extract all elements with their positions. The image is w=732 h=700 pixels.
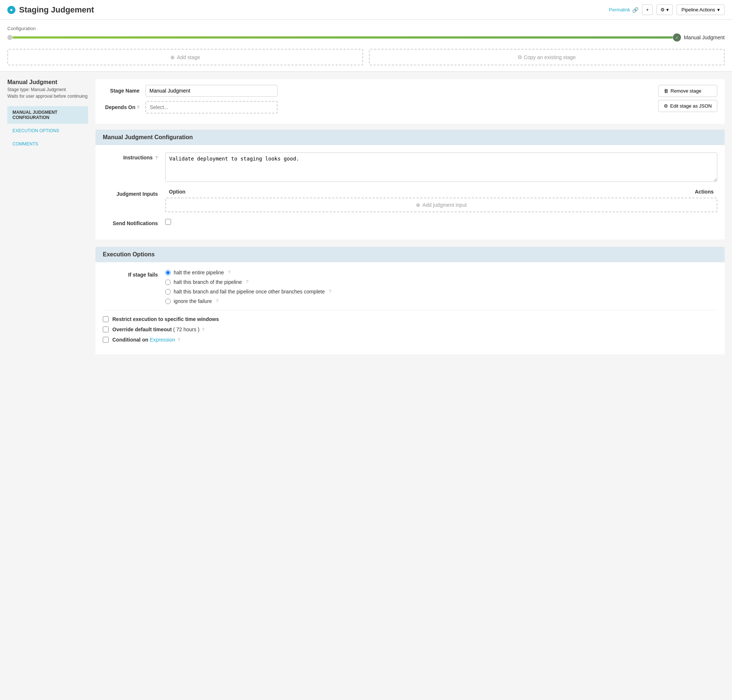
override-timeout-help-icon: ? (202, 327, 204, 332)
header-right: Permalink 🔗 + ⚙ ▾ Pipeline Actions ▾ (609, 4, 725, 15)
trash-icon: 🗑 (664, 88, 669, 94)
edit-json-button[interactable]: ⚙ Edit stage as JSON (658, 100, 717, 112)
depends-on-help-icon: ? (137, 105, 139, 110)
sidebar-item-manual-judgment-config[interactable]: MANUAL JUDGMENT CONFIGURATION (7, 106, 88, 124)
stage-name-label: Stage Name (103, 88, 139, 94)
manual-judgment-config-section: Manual Judgment Configuration Instructio… (95, 129, 725, 240)
halt-pipeline-help-icon: ? (228, 270, 230, 275)
remove-stage-button[interactable]: 🗑 Remove stage (658, 85, 717, 97)
override-timeout-checkbox[interactable] (103, 326, 109, 332)
restrict-execution-label: Restrict execution to specific time wind… (112, 316, 219, 322)
instructions-help-icon: ? (155, 155, 158, 160)
override-timeout-label: Override default timeout ( 72 hours ) ? (112, 326, 204, 332)
option-column-header: Option (169, 189, 677, 195)
app-icon: ● (7, 6, 15, 14)
pipeline-bar: Configuration ✓ Manual Judgment ⊕ Add st… (0, 20, 732, 72)
link-icon: 🔗 (632, 7, 638, 13)
stage-config-row: Stage Name Depends On ? 🗑 Remove stage (95, 79, 725, 124)
caret-icon: ▾ (666, 7, 669, 12)
if-stage-fails-row: If stage fails halt the entire pipeline … (103, 269, 717, 304)
step-start-dot (7, 35, 12, 40)
separator-1 (103, 310, 717, 310)
radio-halt-branch-input[interactable] (165, 279, 171, 285)
instructions-row: Instructions ? Validate deployment to st… (103, 152, 717, 183)
header-left: ● Staging Judgement (7, 5, 94, 15)
step-line (12, 36, 673, 38)
gear-button[interactable]: ⚙ ▾ (656, 4, 673, 15)
ignore-failure-help-icon: ? (216, 299, 219, 304)
actions-column-header: Actions (677, 189, 714, 195)
depends-on-row: Depends On ? (103, 101, 651, 113)
halt-branch-help-icon: ? (246, 279, 248, 285)
add-judgment-input-button[interactable]: ⊕ Add judgment input (165, 198, 717, 212)
radio-halt-branch-fail: halt this branch and fail the pipeline o… (165, 289, 717, 294)
conditional-help-icon: ? (177, 338, 180, 343)
conditional-label: Conditional on Expression ? (112, 337, 180, 343)
send-notifications-checkbox[interactable] (165, 219, 171, 225)
depends-on-select[interactable] (145, 101, 277, 113)
expression-link[interactable]: Expression (150, 337, 175, 343)
sidebar: Manual Judgment Stage type: Manual Judgm… (7, 79, 88, 362)
if-stage-fails-label: If stage fails (103, 269, 158, 278)
judgment-inputs-control: Option Actions ⊕ Add judgment input (165, 189, 717, 212)
permalink-button[interactable]: Permalink 🔗 (609, 7, 638, 13)
radio-ignore-failure-input[interactable] (165, 299, 171, 304)
config-label: Configuration (7, 26, 725, 31)
instructions-control: Validate deployment to staging looks goo… (165, 152, 717, 183)
sidebar-stage-desc: Waits for user approval before continuin… (7, 94, 88, 99)
stage-fields: Stage Name Depends On ? (103, 85, 651, 118)
halt-branch-fail-help-icon: ? (329, 289, 332, 294)
depends-on-label: Depends On ? (103, 104, 139, 110)
stage-actions: 🗑 Remove stage ⚙ Edit stage as JSON (658, 85, 717, 112)
sidebar-stage-meta: Stage type: Manual Judgment (7, 87, 88, 92)
restrict-execution-option: Restrict execution to specific time wind… (103, 316, 717, 322)
header: ● Staging Judgement Permalink 🔗 + ⚙ ▾ Pi… (0, 0, 732, 20)
if-stage-fails-control: halt the entire pipeline ? halt this bra… (165, 269, 717, 304)
page-title: Staging Judgement (19, 5, 94, 15)
stage-name-input[interactable] (145, 85, 277, 97)
add-stage-plus-icon: ⊕ (170, 54, 175, 60)
stage-buttons: ⊕ Add stage ⧉ Copy an existing stage (7, 49, 725, 65)
step-name: Manual Judgment (684, 35, 725, 40)
add-stage-button[interactable]: ⊕ Add stage (7, 49, 363, 65)
conditional-option: Conditional on Expression ? (103, 337, 717, 343)
send-notifications-row: Send Notifications (103, 218, 717, 226)
override-timeout-option: Override default timeout ( 72 hours ) ? (103, 326, 717, 332)
step-end-dot: ✓ (673, 34, 681, 41)
execution-options-section: Execution Options If stage fails halt th… (95, 247, 725, 354)
copy-icon: ⧉ (518, 54, 522, 60)
sidebar-item-comments[interactable]: COMMENTS (7, 138, 88, 150)
send-notifications-label: Send Notifications (103, 218, 158, 226)
execution-options-body: If stage fails halt the entire pipeline … (95, 262, 725, 354)
radio-halt-pipeline: halt the entire pipeline ? (165, 269, 717, 275)
sidebar-item-execution-options[interactable]: EXECUTION OPTIONS (7, 125, 88, 137)
send-notifications-control (165, 219, 717, 226)
judgment-inputs-headers: Option Actions (165, 189, 717, 195)
radio-group: halt the entire pipeline ? halt this bra… (165, 269, 717, 304)
gear-icon: ⚙ (660, 7, 665, 12)
restrict-execution-checkbox[interactable] (103, 316, 109, 322)
main-content: Manual Judgment Stage type: Manual Judgm… (0, 72, 732, 369)
conditional-checkbox[interactable] (103, 337, 109, 343)
right-panel: Stage Name Depends On ? 🗑 Remove stage (95, 79, 725, 362)
sidebar-nav: MANUAL JUDGMENT CONFIGURATION EXECUTION … (7, 106, 88, 150)
manual-judgment-config-header: Manual Judgment Configuration (95, 129, 725, 145)
pipeline-actions-button[interactable]: Pipeline Actions ▾ (676, 4, 725, 15)
edit-gear-icon: ⚙ (664, 103, 668, 109)
plus-icon: + (646, 7, 649, 12)
radio-halt-pipeline-input[interactable] (165, 270, 171, 275)
sidebar-stage-title: Manual Judgment (7, 79, 88, 85)
add-button[interactable]: + (642, 4, 653, 15)
instructions-label: Instructions ? (103, 152, 158, 160)
manual-judgment-config-body: Instructions ? Validate deployment to st… (95, 145, 725, 240)
stage-name-row: Stage Name (103, 85, 651, 97)
judgment-inputs-row: Judgment Inputs Option Actions ⊕ Add jud… (103, 189, 717, 212)
radio-halt-branch-fail-input[interactable] (165, 289, 171, 294)
copy-stage-button[interactable]: ⧉ Copy an existing stage (369, 49, 725, 65)
dropdown-caret-icon: ▾ (717, 7, 720, 12)
radio-ignore-failure: ignore the failure ? (165, 298, 717, 304)
instructions-textarea[interactable]: Validate deployment to staging looks goo… (165, 152, 717, 182)
add-input-plus-icon: ⊕ (416, 202, 420, 208)
execution-options-header: Execution Options (95, 247, 725, 262)
radio-halt-branch: halt this branch of the pipeline ? (165, 279, 717, 285)
